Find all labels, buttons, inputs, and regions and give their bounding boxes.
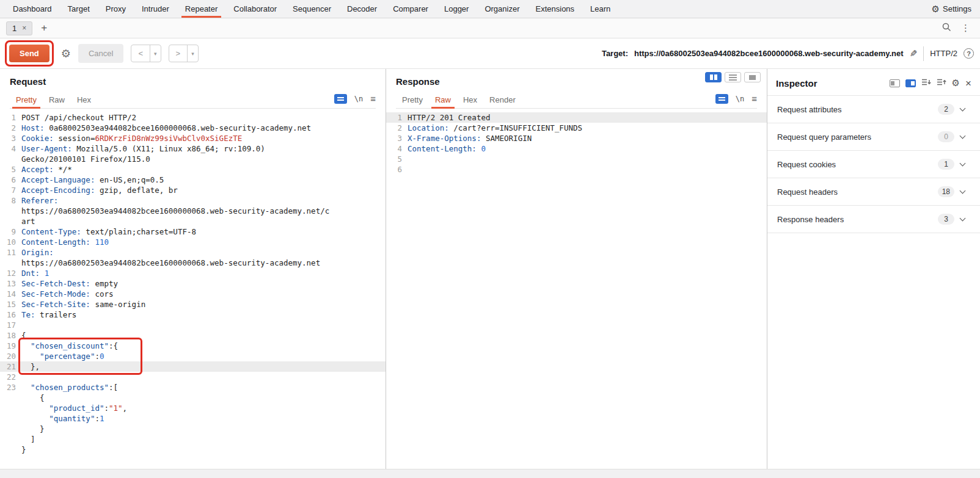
menu-item-proxy[interactable]: Proxy — [98, 0, 134, 18]
inspector-settings-gear-icon[interactable]: ⚙ — [952, 78, 960, 89]
code-line[interactable]: 16Te: trailers — [0, 310, 386, 320]
code-text — [402, 164, 408, 175]
format-toggle-icon[interactable] — [715, 94, 728, 104]
layout-rows-icon[interactable] — [725, 72, 741, 82]
expand-all-icon[interactable] — [921, 78, 931, 89]
request-editor-menu-icon[interactable]: ≡ — [370, 93, 376, 104]
inspector-section-request-query-parameters[interactable]: Request query parameters0 — [767, 123, 980, 151]
dock-view-icon[interactable] — [890, 79, 900, 87]
cancel-button[interactable]: Cancel — [78, 44, 123, 63]
inspector-section-request-cookies[interactable]: Request cookies1 — [767, 151, 980, 178]
send-button[interactable]: Send — [9, 45, 49, 62]
menu-item-dashboard[interactable]: Dashboard — [5, 0, 60, 18]
request-editor-area[interactable]: 1POST /api/checkout HTTP/22Host: 0a68002… — [0, 109, 386, 478]
code-line[interactable]: 1HTTP/2 201 Created — [386, 112, 767, 123]
code-line[interactable]: art — [0, 216, 386, 226]
close-tab-icon[interactable]: × — [22, 24, 26, 32]
forward-button[interactable]: > — [169, 45, 188, 62]
code-line[interactable]: 5 — [386, 154, 767, 164]
edit-target-pencil-icon[interactable]: ✎ — [910, 48, 918, 59]
code-line[interactable]: 21 }, — [0, 361, 386, 372]
newline-toggle-icon[interactable]: \n — [354, 95, 363, 103]
close-inspector-icon[interactable]: × — [965, 78, 971, 89]
code-text: "product_id":"1", — [16, 403, 127, 413]
back-button[interactable]: < — [131, 45, 150, 62]
bottom-scrollbar-strip[interactable] — [0, 469, 980, 478]
code-line[interactable]: 6 — [386, 164, 767, 175]
layout-single-icon[interactable] — [744, 72, 761, 82]
send-settings-gear-icon[interactable]: ⚙ — [61, 47, 71, 60]
code-line[interactable]: } — [0, 424, 386, 434]
tab-raw[interactable]: Raw — [43, 92, 71, 108]
code-line[interactable]: 19 "chosen_discount":{ — [0, 341, 386, 351]
code-line[interactable]: 18{ — [0, 330, 386, 341]
menu-item-decoder[interactable]: Decoder — [339, 0, 385, 18]
layout-columns-icon[interactable] — [705, 72, 722, 82]
menu-item-learn[interactable]: Learn — [582, 0, 618, 18]
code-line[interactable]: Gecko/20100101 Firefox/115.0 — [0, 154, 386, 164]
search-icon[interactable] — [942, 23, 951, 34]
code-line[interactable]: 4Content-Length: 0 — [386, 143, 767, 154]
tab-hex[interactable]: Hex — [457, 92, 483, 108]
menu-item-organizer[interactable]: Organizer — [477, 0, 527, 18]
format-toggle-icon[interactable] — [334, 94, 347, 104]
code-line[interactable]: 23 "chosen_products":[ — [0, 382, 386, 393]
code-line[interactable]: 20 "percentage":0 — [0, 351, 386, 361]
settings-button[interactable]: ⚙ Settings — [923, 0, 980, 18]
code-line[interactable]: 5Accept: */* — [0, 164, 386, 175]
code-line[interactable]: { — [0, 393, 386, 403]
code-line[interactable]: 13Sec-Fetch-Dest: empty — [0, 278, 386, 289]
collapse-all-icon[interactable] — [937, 78, 946, 89]
code-line[interactable]: 2Location: /cart?err=INSUFFICIENT_FUNDS — [386, 123, 767, 133]
code-line[interactable]: ] — [0, 434, 386, 444]
code-line[interactable]: "product_id":"1", — [0, 403, 386, 413]
code-line[interactable]: 15Sec-Fetch-Site: same-origin — [0, 299, 386, 310]
newline-toggle-icon[interactable]: \n — [736, 95, 744, 103]
code-line[interactable]: 22 — [0, 372, 386, 382]
tab-render[interactable]: Render — [483, 92, 522, 108]
code-line[interactable]: 2Host: 0a68002503ea944082bcee1600000068.… — [0, 123, 386, 133]
menu-item-target[interactable]: Target — [60, 0, 98, 18]
inspector-section-request-attributes[interactable]: Request attributes2 — [767, 96, 980, 123]
menu-item-repeater[interactable]: Repeater — [177, 0, 225, 18]
code-text: https://0a68002503ea944082bcee1600000068… — [16, 258, 320, 268]
inspector-section-request-headers[interactable]: Request headers18 — [767, 178, 980, 206]
forward-dropdown-icon[interactable]: ▾ — [187, 45, 198, 62]
code-line[interactable]: 12Dnt: 1 — [0, 268, 386, 278]
help-icon[interactable]: ? — [964, 48, 974, 59]
back-dropdown-icon[interactable]: ▾ — [150, 45, 161, 62]
tab-raw[interactable]: Raw — [429, 92, 457, 108]
code-line[interactable]: https://0a68002503ea944082bcee1600000068… — [0, 206, 386, 216]
code-line[interactable]: 1POST /api/checkout HTTP/2 — [0, 112, 386, 123]
menu-item-sequencer[interactable]: Sequencer — [285, 0, 339, 18]
code-line[interactable]: https://0a68002503ea944082bcee1600000068… — [0, 258, 386, 268]
split-view-icon[interactable] — [905, 79, 916, 87]
response-editor-menu-icon[interactable]: ≡ — [751, 93, 757, 104]
tab-hex[interactable]: Hex — [71, 92, 97, 108]
tab-more-menu-icon[interactable]: ⋮ — [957, 23, 974, 34]
code-line[interactable]: 14Sec-Fetch-Mode: cors — [0, 289, 386, 299]
code-line[interactable]: 6Accept-Language: en-US,en;q=0.5 — [0, 175, 386, 185]
code-line[interactable]: 10Content-Length: 110 — [0, 237, 386, 247]
repeater-tab-1[interactable]: 1 × — [6, 21, 32, 35]
menu-item-collaborator[interactable]: Collaborator — [225, 0, 285, 18]
code-line[interactable]: 17 — [0, 320, 386, 330]
menu-item-comparer[interactable]: Comparer — [385, 0, 436, 18]
menu-item-extensions[interactable]: Extensions — [528, 0, 583, 18]
code-line[interactable]: 3X-Frame-Options: SAMEORIGIN — [386, 133, 767, 143]
tab-pretty[interactable]: Pretty — [10, 92, 43, 108]
menu-item-intruder[interactable]: Intruder — [134, 0, 177, 18]
code-line[interactable]: 8Referer: — [0, 195, 386, 206]
add-tab-button[interactable]: + — [38, 22, 49, 34]
inspector-section-response-headers[interactable]: Response headers3 — [767, 206, 980, 233]
code-line[interactable]: } — [0, 444, 386, 455]
menu-item-logger[interactable]: Logger — [436, 0, 477, 18]
code-line[interactable]: 9Content-Type: text/plain;charset=UTF-8 — [0, 226, 386, 237]
code-line[interactable]: "quantity":1 — [0, 413, 386, 424]
code-line[interactable]: 11Origin: — [0, 247, 386, 258]
code-line[interactable]: 3Cookie: session=6RDKrzFiD8nWz99siVwbClv… — [0, 133, 386, 143]
code-line[interactable]: 7Accept-Encoding: gzip, deflate, br — [0, 185, 386, 195]
response-editor-area[interactable]: 1HTTP/2 201 Created2Location: /cart?err=… — [386, 109, 767, 478]
code-line[interactable]: 4User-Agent: Mozilla/5.0 (X11; Linux x86… — [0, 143, 386, 154]
tab-pretty[interactable]: Pretty — [396, 92, 429, 108]
